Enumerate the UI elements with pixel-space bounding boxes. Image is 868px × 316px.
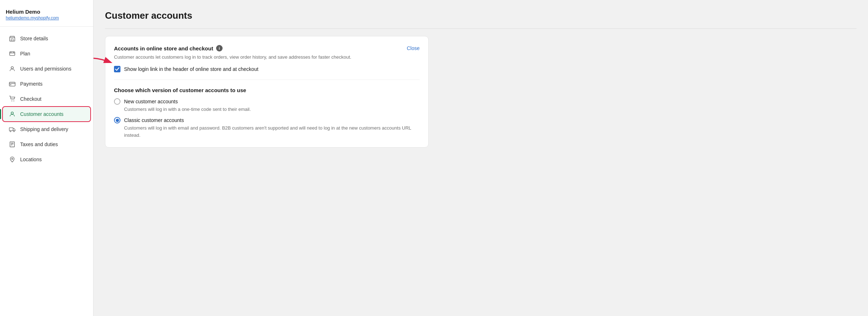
radio-label-row-classic: Classic customer accounts	[114, 117, 420, 123]
sidebar-item-taxes[interactable]: Taxes and duties	[3, 137, 90, 152]
radio-group-title: Choose which version of customer account…	[114, 87, 420, 93]
svg-rect-15	[10, 142, 15, 147]
radio-classic[interactable]	[114, 117, 120, 123]
svg-rect-7	[9, 82, 15, 86]
locations-icon	[9, 156, 16, 163]
info-icon[interactable]: i	[216, 45, 223, 51]
sidebar-item-label: Plan	[20, 51, 30, 57]
svg-point-19	[12, 158, 13, 159]
radio-label-classic: Classic customer accounts	[124, 117, 184, 123]
sidebar-item-customer-accounts[interactable]: Customer accounts	[3, 107, 90, 121]
svg-rect-0	[10, 37, 15, 41]
accounts-section: Accounts in online store and checkout i …	[114, 45, 420, 80]
checkout-icon	[9, 95, 16, 103]
sidebar-item-plan[interactable]: Plan	[3, 46, 90, 61]
plan-icon	[9, 50, 16, 57]
svg-rect-1	[11, 39, 13, 41]
sidebar-item-checkout[interactable]: Checkout	[3, 92, 90, 106]
section-title: Accounts in online store and checkout	[114, 45, 213, 51]
sidebar-item-label: Shipping and delivery	[20, 126, 68, 132]
store-url[interactable]: heliumdemo.myshopify.com	[6, 15, 87, 21]
sidebar-item-label: Customer accounts	[20, 111, 64, 117]
radio-label-row-new: New customer accounts	[114, 98, 420, 105]
section-header: Accounts in online store and checkout i …	[114, 45, 420, 51]
radio-label-new: New customer accounts	[124, 99, 178, 104]
customer-icon	[9, 110, 16, 118]
svg-rect-2	[10, 52, 15, 56]
sidebar-item-payments[interactable]: Payments	[3, 77, 90, 91]
sidebar-item-label: Users and permissions	[20, 66, 71, 72]
show-login-link-checkbox[interactable]	[114, 66, 120, 72]
main-content: Customer accounts Accounts in online sto…	[93, 0, 868, 316]
radio-option-classic: Classic customer accounts Customers will…	[114, 117, 420, 139]
sidebar-item-shipping[interactable]: Shipping and delivery	[3, 122, 90, 136]
sidebar-item-label: Checkout	[20, 96, 41, 102]
svg-point-9	[12, 100, 12, 101]
settings-card: Accounts in online store and checkout i …	[105, 36, 429, 148]
svg-point-13	[10, 131, 11, 132]
radio-group: New customer accounts Customers will log…	[114, 98, 420, 139]
users-icon	[9, 65, 16, 72]
svg-rect-8	[10, 85, 12, 85]
sidebar-item-label: Taxes and duties	[20, 141, 58, 147]
svg-point-11	[11, 112, 13, 114]
sidebar-item-users-permissions[interactable]: Users and permissions	[3, 62, 90, 76]
section-title-row: Accounts in online store and checkout i	[114, 45, 223, 51]
store-name: Helium Demo	[6, 9, 87, 15]
sidebar-item-label: Payments	[20, 81, 42, 87]
radio-desc-new: Customers will log in with a one-time co…	[124, 106, 420, 113]
radio-new[interactable]	[114, 98, 120, 105]
store-icon	[9, 35, 16, 42]
payments-icon	[9, 80, 16, 87]
sidebar-item-locations[interactable]: Locations	[3, 152, 90, 167]
checkbox-container: Show login link in the header of online …	[114, 66, 420, 72]
taxes-icon	[9, 141, 16, 148]
checkmark-icon	[115, 67, 119, 71]
sidebar: Helium Demo heliumdemo.myshopify.com Sto…	[0, 0, 93, 316]
version-section: Choose which version of customer account…	[114, 87, 420, 139]
shipping-icon	[9, 126, 16, 133]
page-divider	[105, 28, 856, 29]
radio-option-new: New customer accounts Customers will log…	[114, 98, 420, 113]
svg-point-14	[13, 131, 14, 132]
radio-desc-classic: Customers will log in with email and pas…	[124, 125, 420, 139]
close-link[interactable]: Close	[407, 45, 420, 51]
sidebar-item-label: Locations	[20, 157, 42, 162]
section-description: Customer accounts let customers log in t…	[114, 54, 420, 61]
svg-rect-12	[9, 128, 13, 131]
sidebar-item-store-details[interactable]: Store details	[3, 31, 90, 46]
sidebar-header: Helium Demo heliumdemo.myshopify.com	[0, 6, 93, 27]
page-title: Customer accounts	[105, 10, 856, 21]
show-login-link-label: Show login link in the header of online …	[124, 66, 259, 72]
svg-point-10	[13, 100, 14, 101]
sidebar-item-label: Store details	[20, 36, 48, 41]
svg-point-6	[11, 67, 13, 69]
show-login-link-row: Show login link in the header of online …	[114, 66, 420, 72]
sidebar-nav: Store details Plan Users a	[0, 30, 93, 168]
